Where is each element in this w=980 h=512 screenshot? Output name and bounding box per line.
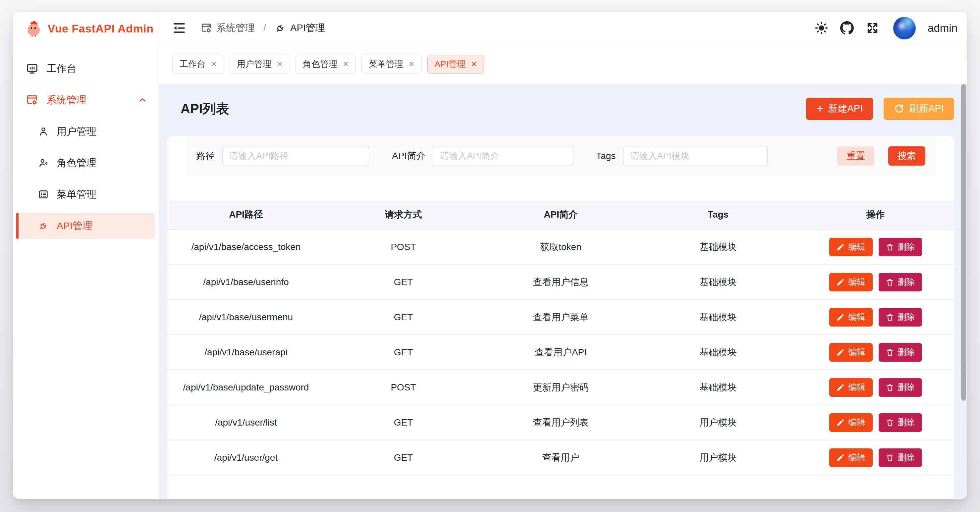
api-table: API路径 请求方式 API简介 Tags 操作 /api/v1/base/ac… [167, 200, 954, 479]
trash-icon [886, 313, 894, 321]
cell-method: GET [325, 417, 482, 428]
sidebar-item-system[interactable]: 系统管理 [16, 87, 155, 113]
new-api-button[interactable]: + 新建API [806, 98, 873, 120]
logo-title: Vue FastAPI Admin [48, 22, 154, 35]
tab-roles[interactable]: 角色管理 × [296, 55, 356, 73]
github-icon[interactable] [840, 21, 854, 35]
trash-icon [886, 348, 894, 357]
col-method: 请求方式 [325, 208, 482, 221]
breadcrumb-item-system[interactable]: 系统管理 [201, 22, 255, 35]
close-icon[interactable]: × [471, 59, 477, 69]
sidebar-item-label: 工作台 [47, 62, 76, 76]
username[interactable]: admin [928, 22, 958, 35]
path-input[interactable] [222, 146, 369, 166]
search-button[interactable]: 搜索 [888, 146, 925, 165]
browser-gear-icon [26, 94, 38, 106]
person-icon [38, 126, 49, 137]
pencil-icon [836, 453, 845, 462]
cell-path: /api/v1/base/userinfo [167, 277, 325, 288]
col-tags: Tags [640, 209, 797, 220]
avatar[interactable] [893, 17, 916, 40]
cell-tags: 用户模块 [640, 452, 797, 464]
delete-button[interactable]: 删除 [879, 448, 922, 467]
plug-icon [275, 22, 286, 34]
close-icon[interactable]: × [277, 59, 283, 69]
tab-label: 角色管理 [303, 58, 337, 70]
sidebar-menu: 工作台 系统管理 [13, 56, 159, 239]
sidebar-item-api[interactable]: API管理 [16, 213, 155, 239]
table-body: /api/v1/base/access_tokenPOST获取token基础模块… [167, 229, 954, 479]
menu-fold-icon[interactable] [172, 21, 186, 35]
trash-icon [886, 278, 894, 286]
cell-tags: 基础模块 [640, 311, 797, 324]
close-icon[interactable]: × [211, 59, 217, 69]
cell-method: GET [325, 452, 482, 463]
reset-button[interactable]: 重置 [837, 146, 874, 165]
edit-button[interactable]: 编辑 [829, 378, 873, 397]
tab-users[interactable]: 用户管理 × [230, 55, 290, 73]
sidebar-item-label: API管理 [57, 219, 92, 233]
cell-summary: 查看用户列表 [482, 416, 640, 429]
cell-actions: 编辑删除 [797, 238, 954, 256]
edit-button[interactable]: 编辑 [829, 343, 873, 362]
delete-button[interactable]: 删除 [879, 308, 922, 326]
delete-button[interactable]: 删除 [879, 273, 922, 291]
tab-workbench[interactable]: 工作台 × [172, 55, 224, 73]
delete-button[interactable]: 删除 [879, 343, 922, 362]
tab-label: API管理 [435, 58, 466, 70]
sun-icon[interactable] [815, 21, 828, 35]
tab-menus[interactable]: 菜单管理 × [361, 55, 422, 73]
table-row: /api/v1/user/listGET查看用户列表用户模块编辑删除 [167, 404, 954, 439]
cell-method: GET [325, 347, 482, 358]
close-icon[interactable]: × [409, 59, 414, 69]
expand-icon[interactable] [866, 21, 879, 35]
page-title: API列表 [181, 100, 229, 118]
sidebar-item-workbench[interactable]: 工作台 [16, 56, 155, 81]
cell-actions: 编辑删除 [797, 378, 954, 397]
table-row: /api/v1/base/usermenuGET查看用户菜单基础模块编辑删除 [167, 299, 954, 334]
edit-button[interactable]: 编辑 [829, 448, 873, 467]
tags-input[interactable] [623, 146, 768, 166]
scrollbar-thumb[interactable] [961, 84, 966, 401]
cell-actions: 编辑删除 [797, 343, 954, 362]
sidebar-item-roles[interactable]: 角色管理 [16, 150, 155, 176]
refresh-api-button[interactable]: 刷新API [884, 98, 954, 120]
sidebar-item-menus[interactable]: 菜单管理 [16, 181, 155, 207]
tab-bar: 工作台 × 用户管理 × 角色管理 × 菜单管理 × API管理 × [159, 44, 967, 84]
sidebar-item-label: 角色管理 [57, 156, 96, 170]
close-icon[interactable]: × [343, 59, 348, 69]
sidebar-item-users[interactable]: 用户管理 [16, 119, 155, 145]
cell-path: /api/v1/base/userapi [167, 347, 325, 358]
cell-tags: 基础模块 [640, 241, 797, 253]
edit-button[interactable]: 编辑 [829, 413, 873, 432]
breadcrumb-item-api[interactable]: API管理 [275, 22, 325, 35]
browser-gear-icon [201, 22, 212, 34]
chevron-up-icon [137, 95, 148, 105]
table-row: /api/v1/base/access_tokenPOST获取token基础模块… [167, 229, 954, 264]
plug-icon [38, 221, 49, 231]
table-header: API路径 请求方式 API简介 Tags 操作 [167, 200, 954, 229]
delete-button[interactable]: 删除 [879, 238, 922, 256]
cell-path: /api/v1/user/get [167, 452, 325, 463]
cell-path: /api/v1/base/update_password [167, 382, 325, 393]
delete-button[interactable]: 删除 [879, 378, 922, 397]
person-arrow-icon [38, 157, 49, 168]
col-actions: 操作 [797, 208, 954, 221]
table-row: /api/v1/base/userapiGET查看用户API基础模块编辑删除 [167, 334, 954, 369]
cell-summary: 更新用户密码 [482, 381, 640, 394]
summary-input[interactable] [433, 146, 573, 166]
edit-button[interactable]: 编辑 [829, 273, 873, 291]
tab-label: 工作台 [180, 58, 205, 70]
app-logo[interactable]: Vue FastAPI Admin [13, 12, 159, 37]
edit-button[interactable]: 编辑 [829, 238, 873, 256]
table-row-partial [167, 475, 954, 479]
tab-api[interactable]: API管理 × [427, 55, 484, 73]
sidebar-item-label: 用户管理 [57, 125, 96, 138]
edit-button[interactable]: 编辑 [829, 308, 873, 326]
delete-button[interactable]: 删除 [879, 413, 922, 432]
table-row: /api/v1/base/update_passwordPOST更新用户密码基础… [167, 369, 954, 404]
cell-tags: 基础模块 [640, 276, 797, 288]
table-row: /api/v1/base/userinfoGET查看用户信息基础模块编辑删除 [167, 264, 954, 299]
pencil-icon [836, 278, 845, 286]
cell-summary: 查看用户API [482, 346, 640, 359]
